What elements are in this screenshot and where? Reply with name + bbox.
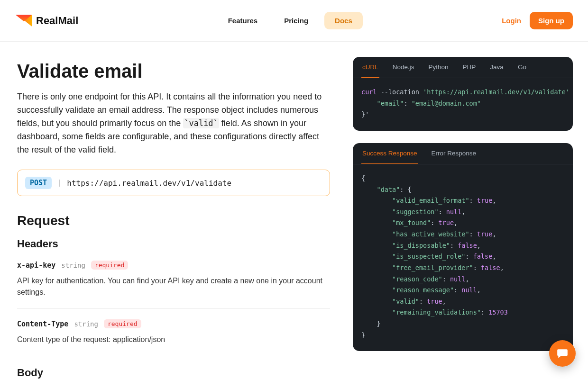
param-required-badge: required <box>104 319 141 328</box>
param-name: x-api-key <box>17 261 55 270</box>
param-type: string <box>74 320 98 328</box>
nav-pricing[interactable]: Pricing <box>274 12 319 29</box>
param-desc: API key for authentication. You can find… <box>17 275 330 298</box>
param-x-api-key: x-api-key string required API key for au… <box>17 261 330 309</box>
tab-nodejs[interactable]: Node.js <box>392 57 415 78</box>
param-required-badge: required <box>91 261 129 270</box>
response-panel: Success Response Error Response { "data"… <box>353 143 573 351</box>
intro-code-valid: `valid` <box>183 118 219 128</box>
nav-docs[interactable]: Docs <box>324 12 363 29</box>
logo-text: RealMail <box>36 15 78 27</box>
chat-icon <box>556 347 569 360</box>
code-tok-email-val: "email@domain.com" <box>412 99 481 107</box>
request-heading: Request <box>17 213 330 228</box>
tab-go[interactable]: Go <box>517 57 527 78</box>
code-tok-close: }' <box>361 110 369 118</box>
intro-paragraph: There is only one endpoint for this API.… <box>17 90 330 156</box>
tab-error-response[interactable]: Error Response <box>431 143 478 164</box>
code-tok-url: 'https://api.realmail.dev/v1/validate' <box>423 88 570 96</box>
endpoint-url: https://api.realmail.dev/v1/validate <box>67 179 231 188</box>
tab-java[interactable]: Java <box>489 57 505 78</box>
http-method-badge: POST <box>25 177 52 189</box>
code-example-body: curl --location 'https://api.realmail.de… <box>353 78 573 131</box>
param-type: string <box>61 262 85 269</box>
tab-python[interactable]: Python <box>428 57 450 78</box>
param-desc: Content type of the request: application… <box>17 334 330 345</box>
response-tabs: Success Response Error Response <box>353 143 573 164</box>
logo-icon <box>15 15 32 27</box>
signup-button[interactable]: Sign up <box>530 12 573 29</box>
auth-actions: Login Sign up <box>502 12 573 29</box>
param-content-type: Content-Type string required Content typ… <box>17 319 330 356</box>
code-example-tabs: cURL Node.js Python PHP Java Go <box>353 57 573 78</box>
tab-success-response[interactable]: Success Response <box>361 143 418 164</box>
response-body: { "data": { "valid_email_format": true, … <box>353 164 573 351</box>
code-tok-flag: --location <box>381 88 419 96</box>
main-nav: Features Pricing Docs <box>78 12 502 29</box>
endpoint-separator: | <box>58 179 60 187</box>
tab-curl[interactable]: cURL <box>361 57 379 78</box>
tab-php[interactable]: PHP <box>462 57 477 78</box>
code-tok-cmd: curl <box>361 88 377 96</box>
chat-button[interactable] <box>549 340 576 367</box>
endpoint-box: POST | https://api.realmail.dev/v1/valid… <box>17 170 330 196</box>
code-example-panel: cURL Node.js Python PHP Java Go curl --l… <box>353 57 573 131</box>
logo[interactable]: RealMail <box>15 15 78 27</box>
body-heading: Body <box>17 367 330 379</box>
login-link[interactable]: Login <box>502 17 521 25</box>
page-title: Validate email <box>17 61 330 82</box>
code-tok-email-key: "email" <box>377 99 404 107</box>
nav-features[interactable]: Features <box>218 12 268 29</box>
param-name: Content-Type <box>17 320 68 328</box>
app-header: RealMail Features Pricing Docs Login Sig… <box>0 0 588 42</box>
headers-heading: Headers <box>17 238 330 250</box>
